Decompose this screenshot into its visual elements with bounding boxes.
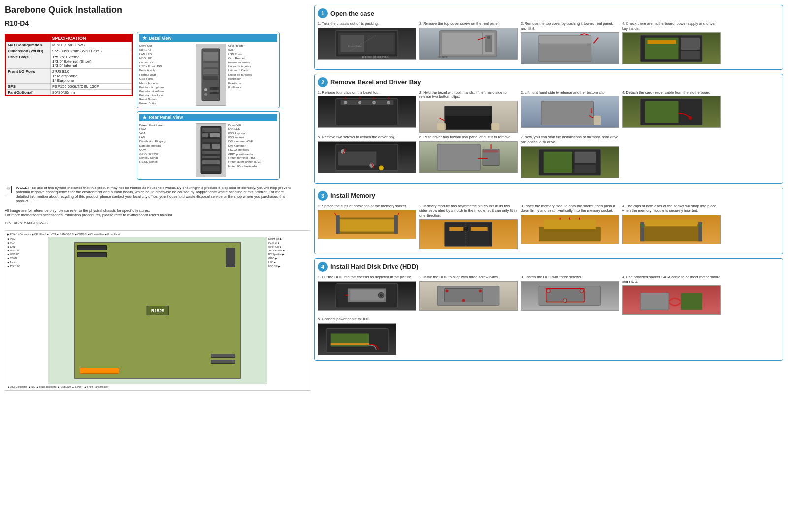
section4-step2-image — [419, 281, 518, 311]
mobo-label-vga: ◀ VGA — [7, 241, 47, 245]
mobo-diagram: R1525 — [48, 237, 267, 384]
mobo-sata2 — [211, 354, 235, 358]
svg-point-96 — [563, 298, 567, 302]
spec-row-sps: SPS FSP150-50GLT/DSL-150P — [6, 84, 132, 90]
spec-row-mb: M/B Configuration Mini ITX MB D52S — [6, 42, 132, 48]
spec-row-dim: Dimension (W/H/D) 95*280*282mm (W/O Beze… — [6, 48, 132, 54]
weee-text: The use of this symbol indicates that th… — [16, 186, 291, 203]
mobo-label-spkr: PC Speaker ▶ — [268, 252, 308, 256]
bay3-svg — [521, 147, 619, 178]
mobo-top-annotations: ▶ PCIe 1x Connector ▶ CPU Fan1 ▶ LVDS ▶ … — [7, 233, 308, 236]
section3-step1-text: 1. Spread the clips at both ends of the … — [318, 204, 416, 209]
section1-header: 1 Open the case — [318, 8, 780, 18]
svg-text:Top cover (or Side Panel): Top cover (or Side Panel) — [362, 56, 389, 58]
mobo-anno: ▶ COM2/3 — [75, 233, 87, 236]
svg-rect-7 — [210, 87, 219, 90]
section2-step5: 5. Remove two screws to detach the drive… — [318, 135, 416, 178]
svg-rect-97 — [640, 293, 669, 310]
mobo-label-sata-r: SATA Power ▶ — [268, 249, 308, 252]
svg-rect-12 — [210, 133, 220, 137]
section3-number: 3 — [318, 191, 328, 201]
section2-step1: 1. Release four clips on the bezel top. — [318, 90, 416, 133]
spec-row-io: Front I/O Ports 2*USB2.01* Microphone,1*… — [6, 69, 132, 84]
svg-rect-77 — [544, 220, 596, 229]
section4-title: Install Hard Disk Drive (HDD) — [330, 263, 418, 270]
section2-step6-image — [419, 141, 518, 173]
section3-title: Install Memory — [330, 192, 375, 199]
main-title: Barebone Quick Installation — [5, 5, 310, 15]
section2-step7-text: 7. Now, you can start the installations … — [521, 135, 619, 145]
section2-step2-image — [419, 101, 518, 133]
section3-step2: 2. Memory module has asymmetric pin coun… — [419, 204, 518, 249]
mobo-left-annotations: ◀ PS/2 ◀ VGA ◀ LAN ◀ USB 0/1 ◀ USB 2/3 ◀… — [7, 237, 47, 384]
section3-header: 3 Install Memory — [318, 191, 780, 201]
rear-panel-content: Power Card InputPS/2VGALANDistribution E… — [139, 123, 277, 177]
section1-step4: 4. Check there are motherboard, power su… — [622, 21, 721, 64]
section2-box: 2 Remove Bezel and Driver Bay 1. Release… — [314, 74, 783, 184]
weee-icon: ♲ — [5, 186, 12, 193]
svg-point-94 — [547, 289, 551, 293]
section1-step4-text: 4. Check there are motherboard, power su… — [622, 21, 721, 31]
svg-rect-39 — [648, 40, 676, 44]
section4-step1: 1. Put the HDD into the chassis as depic… — [318, 275, 416, 315]
section3-step3-image — [521, 215, 619, 244]
section4-step5-image — [318, 323, 396, 355]
section3-step1: 1. Spread the clips at both ends of the … — [318, 204, 416, 249]
svg-point-31 — [487, 36, 490, 39]
mobo-section: ▶ PCIe 1x Connector ▶ CPU Fan1 ▶ LVDS ▶ … — [5, 230, 310, 391]
footnote-2: For more motherboard accessories install… — [5, 213, 310, 217]
section2-step1-text: 1. Release four clips on the bezel top. — [318, 90, 416, 95]
svg-text:Top cover: Top cover — [437, 56, 448, 58]
section2-row1: 1. Release four clips on the bezel top. — [318, 90, 780, 133]
part-number: P/N:3A2515A00-Q8W-G — [5, 221, 310, 225]
bezel-view-box: ★ Bezel View Drive OutSlot 1 / 2LAN LEDH… — [137, 32, 280, 108]
bezel-svg — [201, 48, 221, 102]
section2-step5-text: 5. Remove two screws to detach the drive… — [318, 135, 416, 140]
svg-rect-68 — [338, 220, 395, 232]
spec-row-fan: Fan(Optional) 80*80*20mm — [6, 90, 132, 95]
svg-rect-53 — [645, 101, 679, 123]
rear-labels-right: Reset VIDLAN LEDPS/2 keyboardPS/2 mouseD… — [228, 123, 277, 177]
hdd4-svg — [623, 286, 720, 314]
mobo-anno: ▶ SATA 0/1/2/3 — [57, 233, 73, 236]
mobo-pcie — [226, 248, 235, 267]
svg-rect-70 — [394, 215, 398, 234]
section4-box: 4 Install Hard Disk Drive (HDD) 1. Put t… — [314, 258, 783, 361]
footnotes: All image are for reference only; please… — [5, 208, 310, 217]
section2-row2: 5. Remove two screws to detach the drive… — [318, 135, 780, 178]
page: Barebone Quick Installation R10-D4 SPECI… — [0, 0, 788, 532]
svg-text:Front Panel: Front Panel — [348, 45, 362, 48]
mobo-label-dimm: DIMM slot ▶ — [268, 237, 308, 241]
section4-step3-image — [521, 281, 619, 311]
section2-header: 2 Remove Bezel and Driver Bay — [318, 77, 780, 87]
section4-step4-text: 4. Use provided shorter SATA cable to co… — [622, 275, 721, 284]
svg-point-6 — [204, 93, 207, 96]
weee-title: WEEE: — [16, 186, 29, 190]
section2-step1-image — [318, 96, 416, 128]
section2-step3: 3. Lift right hand side to release anoth… — [521, 90, 619, 133]
hdd1-svg — [318, 282, 416, 310]
svg-rect-38 — [681, 51, 700, 59]
rear-panel-box: ★ Rear Panel View Power Card InputPS/2VG… — [137, 111, 280, 180]
section1-step2-image: Top cover — [419, 28, 518, 60]
spec-table: SPECIFICATION M/B Configuration Mini ITX… — [5, 34, 133, 96]
section4-step5: 5. Connect power cable to HDD. — [318, 317, 396, 355]
rear-panel-image — [196, 123, 226, 177]
svg-rect-15 — [212, 144, 220, 149]
section1-steps: 1. Take the chassis out of its packing. … — [318, 21, 780, 64]
svg-rect-79 — [645, 220, 697, 227]
right-column: 1 Open the case 1. Take the chassis out … — [314, 5, 783, 527]
svg-point-59 — [379, 165, 384, 170]
mem2-svg — [420, 220, 517, 249]
svg-rect-16 — [202, 151, 220, 154]
spec-label-dim: Dimension (W/H/D) — [6, 48, 51, 54]
mobo-bottom-annotations: ▲ ATX Connector ▲ IDE ▲ LVDS Backlight ▲… — [7, 385, 308, 388]
section4-step3-text: 3. Fasten the HDD with three screws. — [521, 275, 619, 280]
mobo-label-pcie: PCIe 1x ▶ — [268, 241, 308, 245]
section3-step2-image — [419, 219, 518, 249]
bay2-svg — [420, 142, 517, 173]
svg-point-44 — [373, 101, 376, 104]
mobo-label-lan: ◀ LAN — [7, 245, 47, 249]
svg-rect-47 — [445, 116, 491, 129]
spec-label-drive: Drive Bays — [6, 54, 51, 69]
